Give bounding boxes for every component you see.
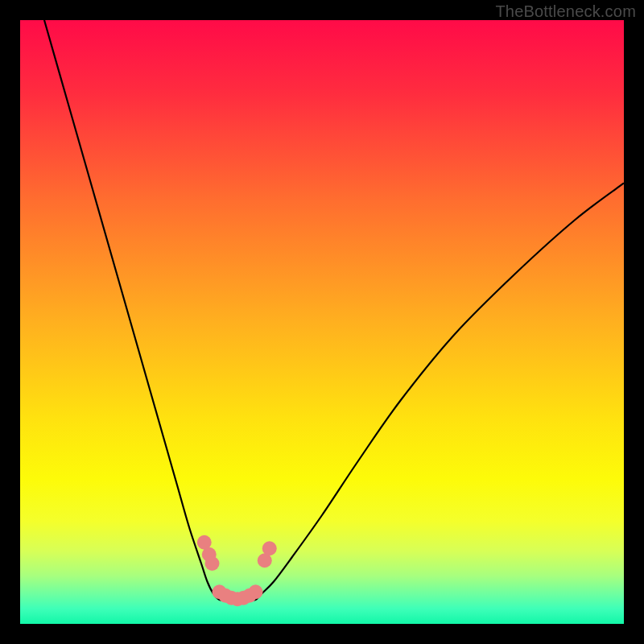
right-curve: [250, 184, 624, 601]
marker-dot: [249, 584, 263, 599]
marker-dot: [205, 556, 220, 571]
curves-layer: [20, 20, 624, 624]
highlight-dots: [197, 535, 277, 607]
chart-frame: TheBottleneck.com: [0, 0, 644, 644]
left-curve: [44, 20, 225, 601]
watermark-text: TheBottleneck.com: [495, 2, 636, 21]
plot-area: [20, 20, 624, 624]
marker-dot: [262, 541, 277, 555]
